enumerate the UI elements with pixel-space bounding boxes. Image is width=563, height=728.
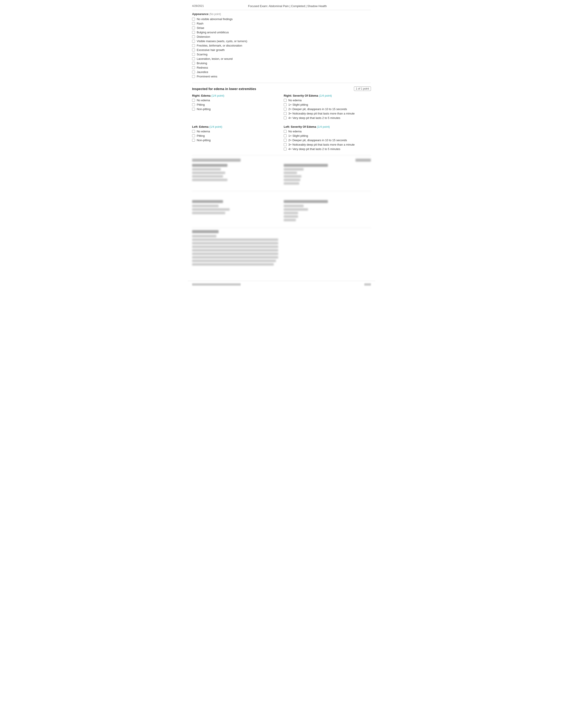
- footer-left-text: [192, 283, 241, 286]
- checkbox[interactable]: [284, 143, 287, 146]
- footer-right-text: [364, 283, 371, 286]
- checkbox[interactable]: [192, 103, 195, 106]
- right-severity-list: No edema 1+ Slight pitting 2+ Deeper pit…: [284, 99, 371, 120]
- left-edema-point: (1/4 point): [209, 125, 222, 128]
- main-content: Appearance (No point) No visible abnorma…: [188, 10, 375, 281]
- blurred-section-2: [192, 191, 371, 225]
- list-item: 3+ Noticeably deep pit that lasts more t…: [284, 143, 371, 146]
- left-edema-list: No edema Pitting Non-pitting: [192, 130, 279, 142]
- list-item: 2+ Deeper pit, disappears in 10 to 15 se…: [284, 139, 371, 142]
- appearance-title: Appearance (No point): [192, 12, 371, 16]
- date-label: 4/28/2021: [192, 4, 204, 8]
- right-severity-point: (1/4 point): [319, 94, 332, 97]
- list-item: 1+ Slight pitting: [284, 103, 371, 106]
- list-item: Scarring: [192, 53, 371, 56]
- right-edema-point: (1/4 point): [211, 94, 224, 97]
- list-item: 3+ Noticeably deep pit that lasts more t…: [284, 112, 371, 115]
- checkbox[interactable]: [192, 35, 195, 38]
- checkbox[interactable]: [192, 40, 195, 43]
- list-item: Freckles, birthmark, or discoloration: [192, 44, 371, 47]
- checkbox[interactable]: [284, 112, 287, 115]
- left-severity-label: Left: Severity Of Edema (1/4 point): [284, 125, 371, 128]
- checkbox[interactable]: [192, 22, 195, 25]
- checkbox[interactable]: [192, 44, 195, 47]
- list-item: 4+ Very deep pit that lasts 2 to 5 minut…: [284, 147, 371, 151]
- list-item: 2+ Deeper pit, disappears in 10 to 15 se…: [284, 107, 371, 111]
- right-severity-label: Right: Severity Of Edema (1/4 point): [284, 94, 371, 97]
- list-item: No edema: [284, 130, 371, 133]
- left-severity-col: Left: Severity Of Edema (1/4 point) No e…: [284, 125, 371, 152]
- list-item: Bruising: [192, 62, 371, 65]
- list-item: No edema: [284, 99, 371, 102]
- list-item: Excessive hair growth: [192, 48, 371, 52]
- checkbox[interactable]: [284, 99, 287, 102]
- appearance-checkbox-list: No visible abnormal findings Rash Striae…: [192, 17, 371, 78]
- list-item: 1+ Slight pitting: [284, 134, 371, 137]
- list-item: Non-pitting: [192, 107, 279, 111]
- edema-section-header: Inspected for edema in lower extremities…: [192, 86, 371, 91]
- checkbox[interactable]: [192, 31, 195, 34]
- checkbox[interactable]: [284, 134, 287, 137]
- edema-bottom-row: Left: Edema (1/4 point) No edema Pitting…: [192, 125, 371, 152]
- list-item: Visible masses (warts, cysts, or tumors): [192, 39, 371, 43]
- blurred-section-3: [192, 228, 371, 270]
- right-edema-label: Right: Edema (1/4 point): [192, 94, 279, 97]
- checkbox[interactable]: [192, 66, 195, 69]
- checkbox[interactable]: [192, 26, 195, 29]
- page-footer: [188, 281, 375, 288]
- edema-section-title: Inspected for edema in lower extremities: [192, 87, 256, 91]
- left-edema-label: Left: Edema (1/4 point): [192, 125, 279, 128]
- list-item: Redness: [192, 66, 371, 69]
- list-item: Prominent veins: [192, 75, 371, 78]
- edema-section: Inspected for edema in lower extremities…: [192, 83, 371, 155]
- list-item: Laceration, lesion, or wound: [192, 57, 371, 60]
- list-item: 4+ Very deep pit that lasts 2 to 5 minut…: [284, 116, 371, 120]
- edema-point-badge: 1 of 1 point: [354, 86, 371, 91]
- list-item: Bulging around umbilicus: [192, 31, 371, 34]
- list-item: Jaundice: [192, 70, 371, 74]
- left-edema-col: Left: Edema (1/4 point) No edema Pitting…: [192, 125, 279, 152]
- checkbox[interactable]: [284, 130, 287, 133]
- checkbox[interactable]: [284, 148, 287, 150]
- appearance-section: Appearance (No point) No visible abnorma…: [192, 10, 371, 83]
- list-item: Pitting: [192, 134, 279, 137]
- blurred-section-1: [192, 155, 371, 189]
- checkbox[interactable]: [192, 57, 195, 60]
- checkbox[interactable]: [192, 99, 195, 102]
- checkbox[interactable]: [192, 139, 195, 142]
- left-severity-list: No edema 1+ Slight pitting 2+ Deeper pit…: [284, 130, 371, 151]
- checkbox[interactable]: [284, 116, 287, 119]
- checkbox[interactable]: [192, 130, 195, 133]
- checkbox[interactable]: [192, 108, 195, 111]
- checkbox[interactable]: [192, 134, 195, 137]
- checkbox[interactable]: [192, 71, 195, 73]
- list-item: Non-pitting: [192, 139, 279, 142]
- right-severity-col: Right: Severity Of Edema (1/4 point) No …: [284, 94, 371, 121]
- checkbox[interactable]: [192, 75, 195, 78]
- list-item: Pitting: [192, 103, 279, 106]
- list-item: Rash: [192, 22, 371, 25]
- appearance-no-point: (No point): [209, 13, 221, 16]
- list-item: No edema: [192, 99, 279, 102]
- list-item: No edema: [192, 130, 279, 133]
- list-item: No visible abnormal findings: [192, 17, 371, 21]
- page-header: 4/28/2021 Focused Exam: Abdominal Pain |…: [188, 0, 375, 10]
- page-title: Focused Exam: Abdominal Pain | Completed…: [248, 4, 327, 8]
- left-severity-point: (1/4 point): [317, 125, 330, 128]
- right-edema-list: No edema Pitting Non-pitting: [192, 99, 279, 111]
- checkbox[interactable]: [192, 62, 195, 65]
- checkbox[interactable]: [192, 18, 195, 21]
- checkbox[interactable]: [284, 108, 287, 111]
- checkbox[interactable]: [284, 103, 287, 106]
- edema-top-row: Right: Edema (1/4 point) No edema Pittin…: [192, 94, 371, 121]
- checkbox[interactable]: [284, 139, 287, 142]
- list-item: Distension: [192, 35, 371, 38]
- checkbox[interactable]: [192, 53, 195, 56]
- list-item: Striae: [192, 26, 371, 30]
- checkbox[interactable]: [192, 49, 195, 51]
- right-edema-col: Right: Edema (1/4 point) No edema Pittin…: [192, 94, 279, 121]
